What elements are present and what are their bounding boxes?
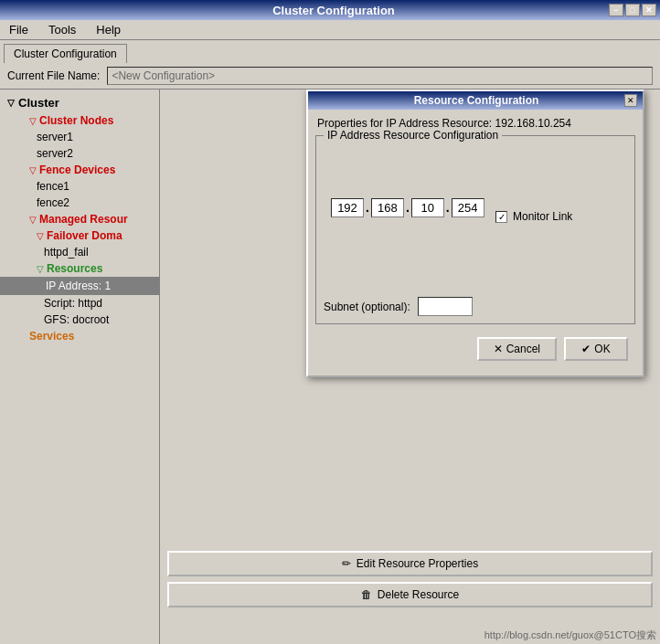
failover-domain-label: Failover Doma <box>47 229 122 242</box>
ip-octet-1[interactable] <box>331 198 364 217</box>
ip-config-left: . . . <box>324 143 488 290</box>
edit-icon: ✏ <box>342 557 351 570</box>
delete-resource-button[interactable]: 🗑 Delete Resource <box>167 582 653 607</box>
watermark: http://blog.csdn.net/guox@51CTO搜索 <box>484 628 656 642</box>
delete-resource-label: Delete Resource <box>378 588 459 601</box>
maximize-button[interactable]: □ <box>625 4 640 16</box>
tab-cluster-configuration[interactable]: Cluster Configuration <box>4 44 127 63</box>
ip-config-group: IP Address Resource Configuration . . . <box>315 135 635 324</box>
dialog-title: Resource Configuration <box>414 94 539 107</box>
ok-icon: ✔ <box>581 343 591 355</box>
tree-node-resources[interactable]: ▽ Resources <box>0 260 159 277</box>
fence2-label: fence2 <box>37 196 69 209</box>
tree-node-fence2[interactable]: fence2 <box>0 195 159 211</box>
right-panel: ✏ Edit Resource Properties 🗑 Delete Reso… <box>160 90 660 644</box>
ip-fields: . . . <box>331 198 484 217</box>
current-file-bar: Current File Name: <box>0 63 660 90</box>
monitor-link-checkbox[interactable]: ✓ <box>495 211 507 223</box>
dot-2: . <box>406 200 410 215</box>
services-label: Services <box>29 330 74 343</box>
tree-root-cluster[interactable]: ▽ Cluster <box>0 93 159 112</box>
dialog-body: Properties for IP Address Resource: 192.… <box>308 110 643 375</box>
dialog-header: Properties for IP Address Resource: 192.… <box>315 117 635 130</box>
ip-address-label: IP Address: 1 <box>44 279 112 293</box>
cancel-button[interactable]: ✕ Cancel <box>477 337 557 361</box>
ip-octet-4[interactable] <box>452 198 484 217</box>
managed-resources-label: Managed Resour <box>39 213 128 226</box>
resources-arrow: ▽ <box>37 264 44 274</box>
dialog-footer: ✕ Cancel ✔ OK <box>315 333 635 368</box>
ip-octet-3[interactable] <box>411 198 444 217</box>
tree-node-services[interactable]: Services <box>0 328 159 344</box>
dialog-close-button[interactable]: ✕ <box>624 94 637 107</box>
tree-node-cluster-nodes[interactable]: ▽ Cluster Nodes <box>0 112 159 129</box>
monitor-link-row: ✓ Monitor Link <box>495 210 620 223</box>
close-button[interactable]: ✕ <box>642 4 656 16</box>
window-controls[interactable]: − □ ✕ <box>609 4 656 16</box>
tree-node-httpd-fail[interactable]: httpd_fail <box>0 244 159 260</box>
main-area: ▽ Cluster ▽ Cluster Nodes server1 server… <box>0 90 660 644</box>
tree-panel: ▽ Cluster ▽ Cluster Nodes server1 server… <box>0 90 160 644</box>
dialog-title-bar: Resource Configuration ✕ <box>308 91 643 110</box>
menu-bar: File Tools Help <box>0 20 660 40</box>
group-legend: IP Address Resource Configuration <box>324 129 502 142</box>
tree-node-gfs-docroot[interactable]: GFS: docroot <box>0 311 159 328</box>
failover-domain-arrow: ▽ <box>37 231 44 241</box>
tree-node-ip-address[interactable]: IP Address: 1 <box>0 277 159 295</box>
tree-node-script-httpd[interactable]: Script: httpd <box>0 295 159 311</box>
menu-help[interactable]: Help <box>90 21 126 38</box>
ok-label: OK <box>594 343 610 355</box>
httpd-fail-label: httpd_fail <box>44 246 89 259</box>
monitor-link-label: Monitor Link <box>513 210 572 223</box>
ip-octet-2[interactable] <box>371 198 404 217</box>
fence-devices-arrow: ▽ <box>29 165 37 175</box>
tree-node-fence1[interactable]: fence1 <box>0 178 159 195</box>
cluster-arrow: ▽ <box>7 98 15 108</box>
current-file-input[interactable] <box>107 67 653 85</box>
cluster-nodes-arrow: ▽ <box>29 116 37 126</box>
tab-bar: Cluster Configuration <box>0 40 660 63</box>
fence-devices-label: Fence Devices <box>39 164 115 176</box>
ok-button[interactable]: ✔ OK <box>564 337 628 361</box>
tree-node-fence-devices[interactable]: ▽ Fence Devices <box>0 162 159 178</box>
edit-resource-label: Edit Resource Properties <box>357 557 478 570</box>
subnet-input[interactable] <box>418 297 473 316</box>
action-buttons: ✏ Edit Resource Properties 🗑 Delete Reso… <box>167 551 653 607</box>
tree-node-failover-domain[interactable]: ▽ Failover Doma <box>0 227 159 244</box>
cancel-icon: ✕ <box>494 343 503 355</box>
menu-tools[interactable]: Tools <box>43 21 81 38</box>
managed-resources-arrow: ▽ <box>29 215 37 225</box>
edit-resource-button[interactable]: ✏ Edit Resource Properties <box>167 551 653 576</box>
resource-configuration-dialog: Resource Configuration ✕ Properties for … <box>306 90 644 377</box>
server2-label: server2 <box>37 147 73 160</box>
tree-node-managed-resources[interactable]: ▽ Managed Resour <box>0 211 159 227</box>
dot-1: . <box>366 200 369 215</box>
app-title: Cluster Configuration <box>59 4 609 17</box>
subnet-label: Subnet (optional): <box>324 301 410 313</box>
tree-node-server1[interactable]: server1 <box>0 129 159 145</box>
ip-config-right: ✓ Monitor Link <box>488 143 627 290</box>
delete-icon: 🗑 <box>361 588 372 601</box>
minimize-button[interactable]: − <box>609 4 623 16</box>
server1-label: server1 <box>37 131 73 143</box>
tree-node-server2[interactable]: server2 <box>0 145 159 162</box>
tree-root-label: Cluster <box>18 96 59 110</box>
resources-label: Resources <box>47 262 102 275</box>
dot-3: . <box>446 200 450 215</box>
cancel-label: Cancel <box>506 343 540 355</box>
gfs-docroot-label: GFS: docroot <box>44 313 109 326</box>
title-bar: Cluster Configuration − □ ✕ <box>0 0 660 20</box>
script-httpd-label: Script: httpd <box>44 297 102 310</box>
current-file-label: Current File Name: <box>7 69 100 82</box>
menu-file[interactable]: File <box>4 21 34 38</box>
cluster-nodes-label: Cluster Nodes <box>39 114 113 127</box>
fence1-label: fence1 <box>37 180 69 193</box>
ip-config-area: . . . ✓ Monitor <box>324 143 627 290</box>
subnet-row: Subnet (optional): <box>324 297 627 316</box>
